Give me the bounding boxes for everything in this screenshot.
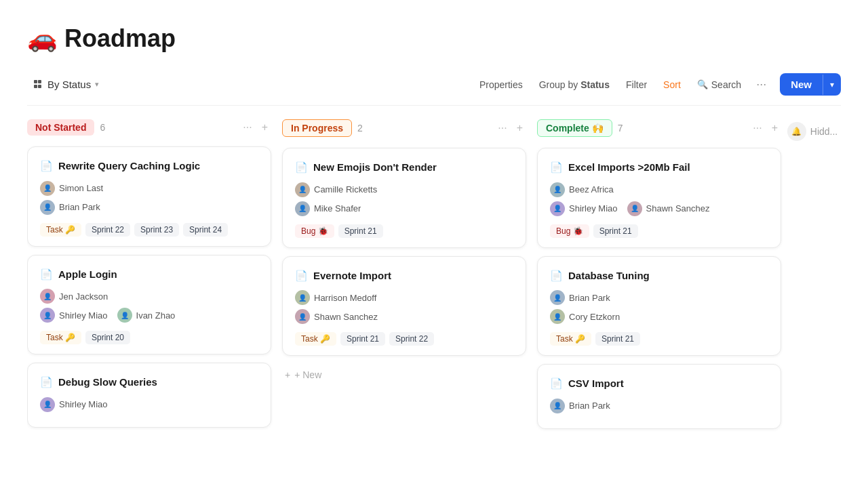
tag-sprint: Sprint 22 [85,223,130,237]
view-selector-button[interactable]: By Status ▾ [27,75,106,94]
card-title-row: 📄 Apple Login [40,268,258,281]
avatar: 👤 [295,201,310,216]
avatar: 👤 [295,290,310,305]
doc-icon: 📄 [40,268,53,281]
tag-sprint: Sprint 22 [389,332,434,346]
new-button[interactable]: New [780,73,823,96]
col-more-button-complete[interactable]: ··· [749,121,765,136]
assignee-row: 👤 Mike Shafer [295,201,513,216]
title-emoji: 🚗 [27,24,58,53]
card-title: Debug Slow Queries [58,375,157,389]
col-more-button-not-started[interactable]: ··· [239,120,255,135]
col-actions-in-progress: ··· + [494,121,526,136]
card-tags: Task 🔑 Sprint 20 [40,331,258,344]
status-badge-not-started: Not Started [27,119,94,136]
assignee-row: 👤 Harrison Medoff [295,290,513,305]
card-rewrite-query[interactable]: 📄 Rewrite Query Caching Logic 👤 Simon La… [27,146,271,247]
card-tags: Bug 🐞 Sprint 21 [550,224,768,238]
plus-icon: + [285,369,290,380]
doc-icon: 📄 [550,161,563,174]
card-title-row: 📄 Debug Slow Queries [40,375,258,389]
tag-type: Task 🔑 [40,223,81,237]
search-label: Search [711,79,741,90]
assignee-name: Ivan Zhao [136,310,176,321]
card-assignees: 👤 Harrison Medoff 👤 Shawn Sanchez [295,290,513,324]
card-title: Apple Login [58,268,117,281]
avatar: 👤 [40,308,55,323]
card-apple-login[interactable]: 📄 Apple Login 👤 Jen Jackson 👤 Shirley Mi… [27,255,271,355]
doc-icon: 📄 [295,161,308,174]
assignee-name: Jen Jackson [59,291,108,302]
column-in-progress: In Progress 2 ··· + 📄 New Emojis Don't R… [282,117,526,488]
col-add-button-complete[interactable]: + [768,121,781,136]
col-count-not-started: 6 [100,122,105,133]
card-database-tuning[interactable]: 📄 Database Tuning 👤 Brian Park 👤 Cory Et… [537,256,781,357]
card-tags: Task 🔑 Sprint 21 [550,332,768,346]
card-excel-imports[interactable]: 📄 Excel Imports >20Mb Fail 👤 Beez Africa… [537,148,781,248]
assignee-row: 👤 Shirley Miao 👤 Shawn Sanchez [550,201,768,216]
chevron-down-icon: ▾ [95,80,99,89]
card-assignees: 👤 Shirley Miao [40,397,258,412]
avatar: 👤 [295,182,310,197]
avatar: 👤 [40,200,55,215]
more-options-button[interactable]: ··· [751,73,772,96]
group-by-label: Group by Status [539,79,610,90]
assignee-name: Shirley Miao [59,310,108,321]
kanban-board: Not Started 6 ··· + 📄 Rewrite Query Cach… [27,117,841,488]
new-card-label: + New [294,369,321,380]
card-title-row: 📄 New Emojis Don't Render [295,161,513,174]
assignee-name: Beez Africa [569,184,614,195]
card-evernote[interactable]: 📄 Evernote Import 👤 Harrison Medoff 👤 Sh… [282,256,526,357]
toolbar: By Status ▾ Properties Group by Status F… [27,66,841,106]
card-title: New Emojis Don't Render [313,161,437,174]
card-csv-import[interactable]: 📄 CSV Import 👤 Brian Park [537,364,781,429]
avatar: 👤 [295,309,310,324]
tag-type: Task 🔑 [40,331,81,344]
card-title: Excel Imports >20Mb Fail [568,161,690,174]
assignee-row: 👤 Camille Ricketts [295,182,513,197]
card-title: Evernote Import [313,269,391,283]
tag-type: Task 🔑 [550,332,591,346]
search-icon: 🔍 [697,79,708,89]
properties-button[interactable]: Properties [473,75,530,94]
assignee-name: Shirley Miao [569,203,618,214]
col-add-button-in-progress[interactable]: + [513,121,526,136]
tag-sprint: Sprint 24 [183,223,228,237]
col-add-button-not-started[interactable]: + [258,120,271,135]
sort-button[interactable]: Sort [656,75,688,94]
search-button[interactable]: 🔍 Search [690,75,748,94]
filter-button[interactable]: Filter [619,75,654,94]
card-assignees: 👤 Brian Park [550,399,768,413]
doc-icon: 📄 [40,160,53,172]
sort-label: Sort [663,79,681,90]
col-count-complete: 7 [618,123,623,134]
assignee-row: 👤 Beez Africa [550,182,768,197]
page-header: 🚗 Roadmap [27,0,841,66]
assignee-name: Cory Etzkorn [569,312,620,322]
avatar: 👤 [40,397,55,412]
card-tags: Task 🔑 Sprint 22 Sprint 23 Sprint 24 [40,223,258,237]
assignee-name: Shawn Sanchez [314,312,378,322]
col-more-button-in-progress[interactable]: ··· [494,121,510,136]
avatar: 👤 [550,182,565,197]
card-new-emojis[interactable]: 📄 New Emojis Don't Render 👤 Camille Rick… [282,148,526,248]
tag-sprint: Sprint 21 [338,224,383,238]
col-count-in-progress: 2 [357,123,363,134]
group-by-button[interactable]: Group by Status [532,75,616,94]
avatar: 👤 [40,181,55,196]
properties-label: Properties [479,79,523,90]
card-assignees: 👤 Jen Jackson 👤 Shirley Miao 👤 Ivan Zhao [40,289,258,323]
new-button-arrow[interactable]: ▾ [823,75,841,95]
card-assignees: 👤 Simon Last 👤 Brian Park [40,181,258,215]
card-title-row: 📄 Rewrite Query Caching Logic [40,159,258,173]
new-button-group: New ▾ [780,73,841,96]
tag-type: Bug 🐞 [295,224,334,238]
column-complete: Complete 🙌 7 ··· + 📄 Excel Imports >20Mb… [537,117,781,488]
doc-icon: 📄 [40,376,53,388]
card-debug-slow[interactable]: 📄 Debug Slow Queries 👤 Shirley Miao [27,363,271,428]
grid-icon [34,80,43,89]
status-badge-in-progress: In Progress [282,119,352,137]
col-header-not-started: Not Started 6 ··· + [27,117,271,138]
add-new-card-in-progress[interactable]: + + New [282,364,526,386]
card-title: Database Tuning [568,269,650,283]
